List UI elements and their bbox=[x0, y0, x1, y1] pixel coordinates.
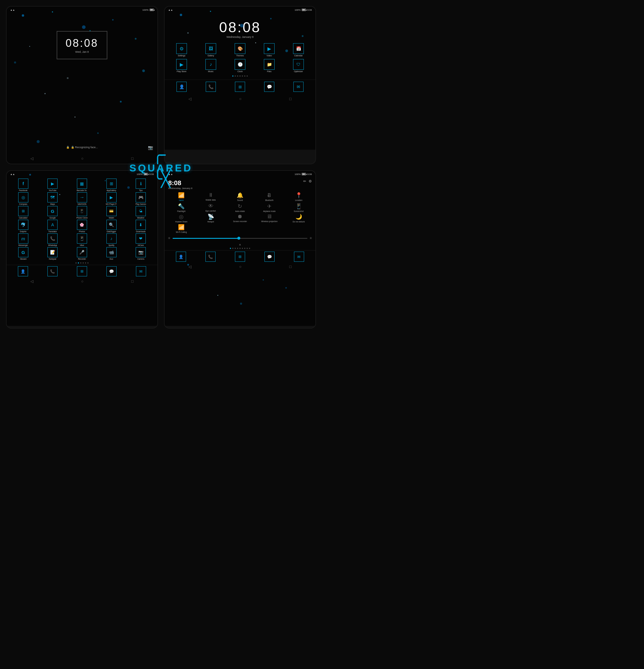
phone1-lock-bottom: 🔒 🔒 Recognizing face... bbox=[6, 146, 157, 149]
phone2-screen: ▲▲ 100% 8:08 08:08 Wednesday, January 8 … bbox=[164, 6, 315, 150]
phone1-screen: ▲▲ 100% 08:08 Wed, Jan 8 🔒 🔒 Recognizing… bbox=[6, 6, 157, 164]
phone4-screen: ▲▲ 100% 8:08 8:08 Wednesday, January 8 ✏… bbox=[164, 171, 315, 326]
bg-particles-4 bbox=[164, 171, 315, 326]
phone4-frame: ▲▲ 100% 8:08 8:08 Wednesday, January 8 ✏… bbox=[164, 170, 316, 329]
brightness-fill bbox=[173, 238, 240, 239]
camera-icon-lock[interactable]: 📷 bbox=[148, 145, 153, 150]
phone2-frame: ▲▲ 100% 8:08 08:08 Wednesday, January 8 … bbox=[164, 6, 316, 164]
phone1-frame: ▲▲ 100% 08:08 Wed, Jan 8 🔒 🔒 Recognizing… bbox=[6, 6, 158, 164]
recents-btn[interactable]: □ bbox=[131, 156, 133, 161]
home-btn[interactable]: ○ bbox=[81, 156, 84, 161]
brightness-slider-track[interactable] bbox=[173, 238, 307, 239]
brightness-thumb[interactable] bbox=[237, 237, 240, 240]
bg-particles-2 bbox=[164, 6, 315, 150]
main-container: ╭╴ SQUARED ╰╳ bbox=[0, 0, 322, 334]
lock-icon: 🔒 bbox=[66, 146, 70, 149]
phone3-frame: ▲▲ 100% 8:08 f Facebook ▶ YouTube bbox=[6, 170, 158, 329]
face-text: 🔒 Recognizing face... bbox=[71, 146, 98, 149]
bg-particles-3 bbox=[6, 171, 157, 326]
back-btn[interactable]: ◁ bbox=[30, 156, 33, 161]
phone3-screen: ▲▲ 100% 8:08 f Facebook ▶ YouTube bbox=[6, 171, 157, 326]
bg-particles-1 bbox=[6, 6, 157, 164]
phone1-nav: ◁ ○ □ bbox=[6, 156, 157, 161]
